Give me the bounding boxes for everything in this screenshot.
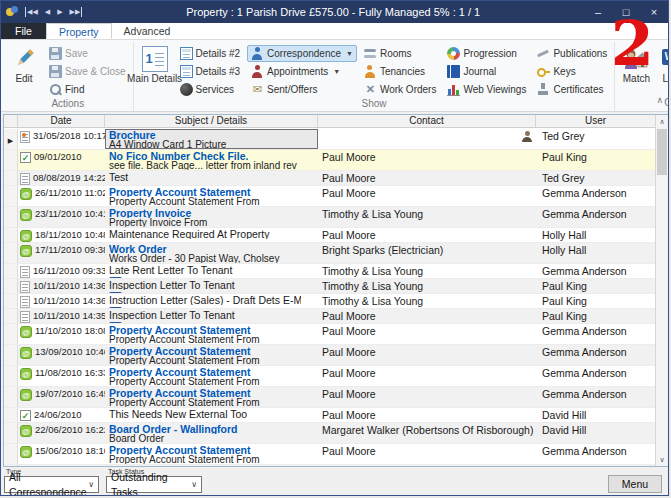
email-at-icon: @	[20, 389, 32, 401]
cell-contact: Paul Moore	[318, 345, 536, 365]
magnifier-icon	[49, 83, 62, 96]
cell-contact: Paul Moore	[318, 444, 536, 464]
main-details-button[interactable]: 1 Main Details	[137, 44, 173, 84]
cell-user: Gemma Anderson	[536, 324, 655, 344]
details-3-button[interactable]: Details #3	[176, 63, 244, 80]
keys-button[interactable]: Keys	[533, 63, 611, 80]
vertical-scrollbar[interactable]: ∧ ∨	[655, 115, 668, 466]
app-window: ◀◀ ◀ ▶ ▶▶ Property : 1 Parish Drive £575…	[0, 0, 669, 496]
table-row[interactable]: ✓24/06/2010This Needs New External TooPa…	[4, 408, 655, 423]
group-label-actions: Actions	[3, 98, 133, 111]
collapse-ribbon-chevron-icon[interactable]: ∧	[656, 95, 663, 105]
journal-button[interactable]: Journal	[443, 63, 530, 80]
row-indicator: ▶	[4, 129, 18, 149]
row-indicator	[4, 465, 18, 466]
floppy-icon	[49, 47, 62, 60]
edit-button[interactable]: Edit	[6, 44, 42, 84]
word-attachment-icon	[109, 322, 122, 323]
brochure-icon	[20, 131, 30, 143]
row-indicator	[4, 150, 18, 170]
tab-property[interactable]: Property	[46, 23, 112, 39]
cell-date: @18/11/2010 10:48	[18, 228, 105, 242]
cell-contact: Timothy & Lisa Young	[318, 279, 536, 293]
column-header-date[interactable]: Date	[18, 115, 105, 127]
cell-subject: Property Account StatementProperty Accou…	[105, 345, 318, 365]
nav-first-button[interactable]: ◀◀	[25, 7, 38, 17]
work-orders-button[interactable]: ✕Work Orders	[360, 81, 441, 98]
scroll-down-arrow-icon[interactable]: ∨	[656, 453, 668, 466]
email-at-icon: @	[20, 230, 32, 242]
table-row[interactable]: @13/09/2010 10:46Property Account Statem…	[4, 345, 655, 366]
document-icon	[20, 281, 30, 293]
task-status-filter-dropdown[interactable]: Outstanding Tasks∨	[106, 476, 202, 493]
cell-subject: Inspection Letter To Tenant	[105, 279, 318, 293]
table-row[interactable]: @23/11/2010 10:41Property InvoicePropert…	[4, 207, 655, 228]
certificates-button[interactable]: Certificates	[533, 81, 611, 98]
nav-previous-button[interactable]: ◀	[45, 7, 50, 17]
row-indicator	[4, 186, 18, 206]
correspondence-button[interactable]: Correspondence▼	[247, 45, 357, 62]
menu-button[interactable]: Menu	[608, 475, 662, 493]
cell-subject: Gas Safety Appointment Letter To Tenant	[105, 465, 318, 466]
scroll-up-arrow-icon[interactable]: ∧	[656, 115, 668, 128]
row-indicator	[4, 243, 18, 263]
floppy-icon	[49, 65, 62, 78]
word-attachment-icon	[109, 292, 122, 293]
table-row[interactable]: 14/06/2010 15:06Gas Safety Appointment L…	[4, 465, 655, 466]
progression-button[interactable]: Progression	[443, 45, 530, 62]
cell-date: @11/10/2010 18:08	[18, 324, 105, 344]
document-icon	[20, 266, 30, 278]
letter-button[interactable]: W Letter	[657, 44, 668, 84]
rooms-button[interactable]: Rooms	[360, 45, 441, 62]
table-row[interactable]: 10/11/2010 14:36Inspection Letter To Ten…	[4, 279, 655, 294]
column-header-user[interactable]: User	[536, 115, 655, 127]
table-row[interactable]: @26/11/2010 11:02Property Account Statem…	[4, 186, 655, 207]
table-row[interactable]: @19/07/2010 16:45Property Account Statem…	[4, 387, 655, 408]
email-at-icon: @	[20, 245, 32, 257]
table-row[interactable]: ✓09/01/2010No Fico Number Check File.see…	[4, 150, 655, 171]
column-header-contact[interactable]: Contact	[318, 115, 536, 127]
dropdown-arrow-icon: ▼	[333, 68, 340, 75]
globe-icon	[180, 83, 193, 96]
table-row[interactable]: @22/06/2010 16:22Board Order - Wallingfo…	[4, 423, 655, 444]
row-indicator	[4, 324, 18, 344]
save-button[interactable]: Save	[45, 45, 130, 62]
type-filter-dropdown[interactable]: All Correspondence∨	[4, 476, 99, 493]
row-indicator	[4, 279, 18, 293]
column-header-subject[interactable]: Subject / Details	[105, 115, 318, 127]
table-row[interactable]: @15/06/2010 18:10Property Account Statem…	[4, 444, 655, 465]
tenant-icon	[364, 65, 377, 78]
table-row[interactable]: @11/08/2010 16:33Property Account Statem…	[4, 366, 655, 387]
cell-subject: Property InvoiceProperty Invoice From	[105, 207, 318, 227]
minimize-button[interactable]: –	[584, 1, 612, 23]
table-row[interactable]: @17/11/2010 09:38Work OrderWorks Order -…	[4, 243, 655, 264]
table-row[interactable]: ▶31/05/2018 10:17BrochureA4 Window Card …	[4, 129, 655, 150]
table-row[interactable]: 08/08/2019 14:22TestPaul MooreTed Grey	[4, 171, 655, 186]
publications-button[interactable]: Publications	[533, 45, 611, 62]
table-row[interactable]: @18/11/2010 10:48Maintenance Required At…	[4, 228, 655, 243]
table-row[interactable]: 16/11/2010 09:33Late Rent Letter To Tena…	[4, 264, 655, 279]
pencil-icon	[12, 45, 36, 72]
table-row[interactable]: 10/11/2010 14:36Instruction Letter (Sale…	[4, 294, 655, 309]
cell-contact: Paul Moore	[318, 387, 536, 407]
sent-offers-button[interactable]: ✉Sent/Offers	[247, 81, 357, 98]
web-viewings-button[interactable]: Web Viewings	[443, 81, 530, 98]
save-and-close-button[interactable]: Save & Close	[45, 63, 130, 80]
tenancies-button[interactable]: Tenancies	[360, 63, 441, 80]
table-row[interactable]: @11/10/2010 18:08Property Account Statem…	[4, 324, 655, 345]
services-button[interactable]: Services	[176, 81, 244, 98]
find-button[interactable]: Find	[45, 81, 130, 98]
appointments-button[interactable]: Appointments▼	[247, 63, 357, 80]
nav-last-button[interactable]: ▶▶	[70, 7, 83, 17]
chevron-down-icon: ∨	[88, 477, 94, 492]
nav-next-button[interactable]: ▶	[57, 7, 62, 17]
tab-file[interactable]: File	[1, 23, 46, 39]
bar-chart-icon	[447, 83, 460, 96]
progression-icon	[447, 47, 460, 60]
table-row[interactable]: 10/11/2010 14:35Inspection Letter To Ten…	[4, 309, 655, 324]
scrollbar-thumb[interactable]	[657, 129, 667, 175]
tab-advanced[interactable]: Advanced	[112, 23, 183, 39]
details-2-button[interactable]: Details #2	[176, 45, 244, 62]
cell-contact: Paul Moore	[318, 324, 536, 344]
table-header: Date Subject / Details Contact User	[4, 115, 655, 128]
